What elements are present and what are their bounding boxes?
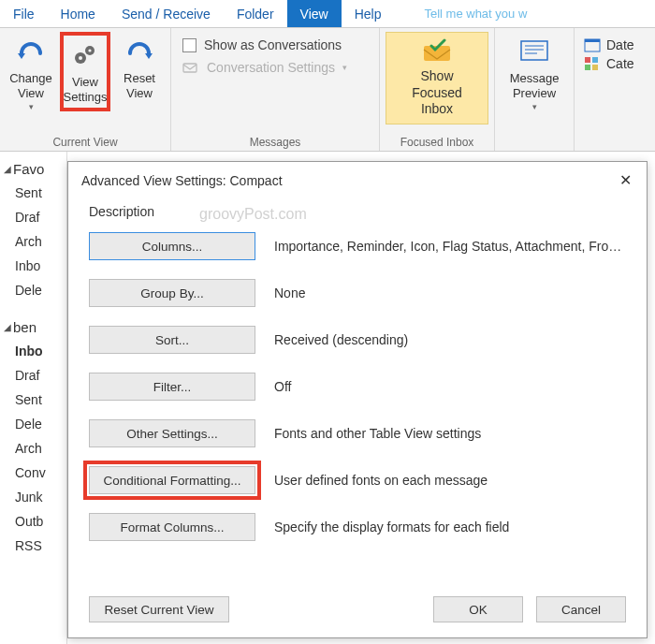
show-conversations-checkbox[interactable]: Show as Conversations	[182, 37, 342, 52]
menu-bar: File Home Send / Receive Folder View Hel…	[0, 0, 655, 28]
dropdown-caret-icon: ▾	[532, 102, 537, 111]
tab-file[interactable]: File	[0, 0, 48, 27]
spacer	[580, 134, 638, 149]
close-button[interactable]: ✕	[614, 169, 637, 191]
group-current-view: Change View ▾ View Settings Reset View	[0, 28, 171, 151]
group-messages: Show as Conversations Conversation Setti…	[171, 28, 380, 151]
message-preview-button[interactable]: Message Preview ▾	[501, 32, 568, 115]
tab-home[interactable]: Home	[48, 0, 109, 27]
filter-value: Off	[274, 379, 626, 394]
row-group-by: Group By... None	[89, 279, 626, 307]
reset-icon	[124, 36, 155, 67]
advanced-view-settings-dialog: Advanced View Settings: Compact ✕ groovy…	[67, 161, 648, 638]
folder-item[interactable]: Conv	[0, 461, 66, 485]
cancel-button[interactable]: Cancel	[536, 596, 626, 622]
group-arrangement: Date Cate	[575, 28, 644, 151]
change-view-icon	[15, 36, 47, 67]
svg-point-0	[407, 8, 415, 16]
format-columns-value: Specify the display formats for each fie…	[274, 520, 626, 534]
svg-rect-19	[592, 65, 598, 70]
collapse-triangle-icon: ◢	[4, 164, 11, 174]
message-preview-icon	[518, 36, 550, 67]
row-other-settings: Other Settings... Fonts and other Table …	[89, 419, 626, 447]
arrange-category-label: Cate	[606, 56, 634, 71]
dialog-titlebar: Advanced View Settings: Compact ✕	[68, 162, 647, 198]
folder-item[interactable]: RSS	[0, 534, 66, 558]
favorites-label: Favo	[13, 161, 44, 177]
folder-item[interactable]: Outb	[0, 509, 66, 534]
group-messages-label: Messages	[177, 134, 373, 149]
conversation-settings-button: Conversation Settings ▾	[182, 60, 347, 75]
svg-rect-10	[521, 41, 547, 60]
gears-icon	[69, 39, 101, 71]
group-by-button[interactable]: Group By...	[89, 279, 255, 307]
spacer	[501, 134, 568, 149]
folder-pane: ◢ Favo Sent Draf Arch Inbo Dele ◢ ben In…	[0, 152, 67, 644]
folder-item[interactable]: Dele	[0, 412, 66, 436]
arrange-by-date[interactable]: Date	[584, 37, 634, 52]
sort-button[interactable]: Sort...	[89, 326, 255, 354]
sort-value: Received (descending)	[274, 332, 626, 347]
folder-item[interactable]: Arch	[0, 229, 66, 254]
message-preview-label: Message Preview	[502, 71, 566, 100]
filter-button[interactable]: Filter...	[89, 373, 255, 401]
tell-me-text: Tell me what you w	[424, 7, 527, 21]
folder-item[interactable]: Sent	[0, 181, 66, 205]
arrange-date-label: Date	[606, 37, 634, 52]
close-icon: ✕	[619, 172, 632, 188]
view-settings-button[interactable]: View Settings	[60, 32, 110, 111]
dialog-footer: Reset Current View OK Cancel	[68, 585, 647, 637]
account-header[interactable]: ◢ ben	[0, 315, 66, 339]
change-view-label: Change View	[7, 71, 54, 100]
favorites-header[interactable]: ◢ Favo	[0, 157, 66, 181]
folder-item[interactable]: Inbo	[0, 254, 66, 278]
row-format-columns: Format Columns... Specify the display fo…	[89, 513, 626, 541]
folder-item[interactable]: Dele	[0, 278, 66, 302]
view-settings-label: View Settings	[64, 75, 108, 104]
folder-item[interactable]: Draf	[0, 205, 66, 229]
tab-view[interactable]: View	[287, 0, 342, 27]
show-focused-inbox-label: Show Focused Inbox	[396, 68, 478, 118]
collapse-triangle-icon: ◢	[4, 322, 11, 332]
folder-item[interactable]: Junk	[0, 485, 66, 509]
group-message-preview: Message Preview ▾	[495, 28, 575, 151]
svg-rect-18	[585, 65, 590, 70]
format-columns-button[interactable]: Format Columns...	[89, 513, 255, 541]
reset-current-view-button[interactable]: Reset Current View	[89, 596, 229, 622]
row-sort: Sort... Received (descending)	[89, 326, 626, 354]
ok-button[interactable]: OK	[433, 596, 523, 622]
columns-value: Importance, Reminder, Icon, Flag Status,…	[274, 239, 626, 254]
change-view-button[interactable]: Change View ▾	[6, 32, 56, 115]
row-conditional-formatting: Conditional Formatting... User defined f…	[89, 466, 626, 494]
group-focused-inbox-label: Focused Inbox	[386, 134, 488, 149]
conditional-formatting-button[interactable]: Conditional Formatting...	[89, 466, 255, 494]
categories-icon	[584, 56, 601, 71]
tell-me-search[interactable]: Tell me what you w	[394, 0, 536, 27]
description-label: Description	[89, 204, 626, 219]
columns-button[interactable]: Columns...	[89, 232, 255, 260]
tab-help[interactable]: Help	[342, 0, 395, 27]
account-label: ben	[13, 319, 36, 335]
ribbon: Change View ▾ View Settings Reset View	[0, 28, 655, 152]
svg-point-5	[79, 56, 82, 60]
dropdown-caret-icon: ▾	[342, 63, 347, 72]
show-conversations-label: Show as Conversations	[204, 37, 342, 52]
reset-view-label: Reset View	[116, 71, 163, 100]
folder-item[interactable]: Sent	[0, 388, 66, 412]
folder-item-inbox[interactable]: Inbo	[0, 339, 66, 363]
folder-item[interactable]: Arch	[0, 436, 66, 461]
dialog-title: Advanced View Settings: Compact	[81, 173, 283, 188]
tab-send-receive[interactable]: Send / Receive	[109, 0, 224, 27]
arrange-by-category[interactable]: Cate	[584, 56, 634, 71]
svg-marker-2	[18, 53, 25, 59]
dropdown-caret-icon: ▾	[29, 102, 34, 111]
show-focused-inbox-button[interactable]: Show Focused Inbox	[386, 32, 488, 124]
calendar-icon	[584, 37, 601, 52]
reset-view-button[interactable]: Reset View	[114, 32, 165, 104]
group-focused-inbox: Show Focused Inbox Focused Inbox	[380, 28, 495, 151]
tab-folder[interactable]: Folder	[224, 0, 287, 27]
group-current-view-label: Current View	[6, 134, 165, 149]
other-settings-button[interactable]: Other Settings...	[89, 419, 255, 447]
folder-item[interactable]: Draf	[0, 363, 66, 388]
svg-rect-16	[585, 57, 590, 63]
